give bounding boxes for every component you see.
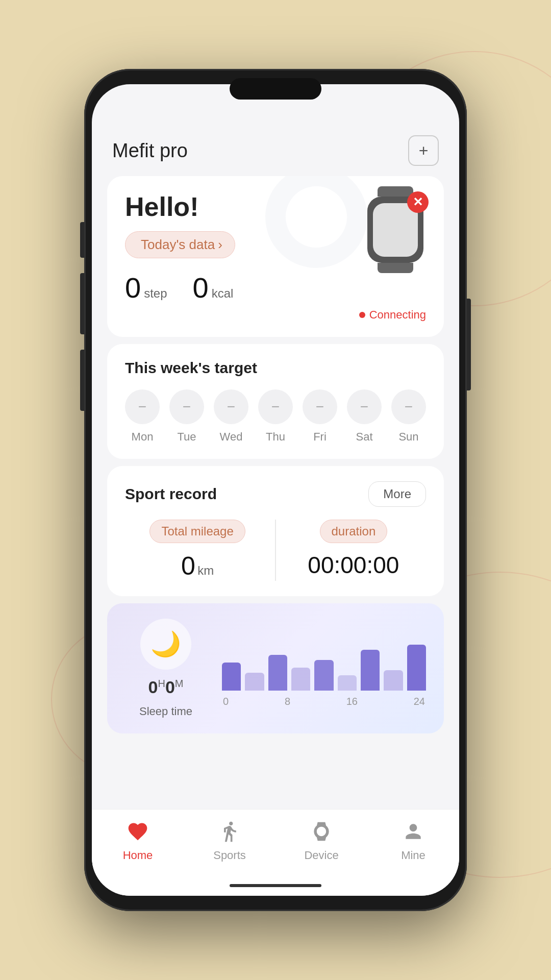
sleep-label: Sleep time xyxy=(139,705,192,718)
chart-bar-3 xyxy=(291,668,310,691)
day-item[interactable]: −Mon xyxy=(125,389,160,444)
mileage-stat: Total mileage 0 km xyxy=(125,520,270,581)
mute-button xyxy=(80,222,84,258)
sport-record-card: Sport record More Total mileage 0 km dur… xyxy=(107,466,444,596)
day-label-wed: Wed xyxy=(220,430,243,444)
sleep-minutes-unit: M xyxy=(175,678,184,689)
chart-label-8: 8 xyxy=(285,696,290,707)
header: Mefit pro + xyxy=(92,125,459,171)
sleep-icon: 🌙 xyxy=(140,619,191,670)
person-nav-icon xyxy=(400,818,427,845)
week-target-title: This week's target xyxy=(125,359,426,377)
sport-stats: Total mileage 0 km duration 00:00:00 xyxy=(125,520,426,581)
nav-item-home[interactable]: Home xyxy=(107,818,168,862)
week-days: −Mon−Tue−Wed−Thu−Fri−Sat−Sun xyxy=(125,389,426,444)
sleep-chart: 081624 xyxy=(222,629,426,707)
nav-label-sports: Sports xyxy=(213,849,246,862)
kcal-stat: 0 kcal xyxy=(193,271,234,304)
home-indicator-bar xyxy=(230,884,321,887)
watch-screen xyxy=(373,203,418,257)
sleep-hours-unit: H xyxy=(158,678,165,689)
sleep-left: 🌙 0H0M Sleep time xyxy=(125,619,207,718)
mileage-unit: km xyxy=(197,564,214,577)
kcal-unit: kcal xyxy=(212,286,234,301)
bottom-nav: HomeSportsDeviceMine xyxy=(92,809,459,875)
sleep-time-display: 0H0M xyxy=(148,677,184,697)
app-title: Mefit pro xyxy=(112,140,188,162)
day-item[interactable]: −Tue xyxy=(169,389,204,444)
chart-bar-6 xyxy=(361,650,380,691)
day-label-thu: Thu xyxy=(266,430,285,444)
day-item[interactable]: −Thu xyxy=(258,389,293,444)
home-indicator xyxy=(92,875,459,896)
run-nav-icon xyxy=(216,818,243,845)
day-item[interactable]: −Wed xyxy=(214,389,248,444)
chart-bar-2 xyxy=(268,655,287,691)
today-data-button[interactable]: Today's data › xyxy=(125,231,235,258)
today-data-label: Today's data xyxy=(141,237,215,253)
chart-bar-7 xyxy=(384,670,403,691)
duration-stat: duration 00:00:00 xyxy=(281,520,426,581)
sleep-minutes-value: 0 xyxy=(165,677,175,697)
day-label-fri: Fri xyxy=(313,430,327,444)
steps-stat: 0 step xyxy=(125,271,167,304)
chart-bar-8 xyxy=(407,645,426,691)
heart-nav-icon xyxy=(124,818,151,845)
duration-value: 00:00:00 xyxy=(308,551,399,579)
watch-error-badge: ✕ xyxy=(407,191,429,213)
day-circle-sat: − xyxy=(347,389,382,424)
day-item[interactable]: −Sat xyxy=(347,389,382,444)
nav-item-sports[interactable]: Sports xyxy=(199,818,260,862)
stats-row: 0 step 0 kcal xyxy=(125,271,426,304)
day-circle-mon: − xyxy=(125,389,160,424)
plus-icon: + xyxy=(419,142,429,159)
day-circle-tue: − xyxy=(169,389,204,424)
volume-up-button xyxy=(80,273,84,334)
watch-band-bottom xyxy=(378,263,413,273)
sleep-card: 🌙 0H0M Sleep time 081624 xyxy=(107,603,444,733)
phone-screen: Mefit pro + Hello! Today's data › 0 step xyxy=(92,84,459,896)
sport-record-title: Sport record xyxy=(125,485,217,503)
nav-item-mine[interactable]: Mine xyxy=(383,818,444,862)
chart-labels: 081624 xyxy=(222,696,426,707)
kcal-value: 0 xyxy=(193,271,209,304)
chart-bar-4 xyxy=(314,660,333,691)
chart-bar-5 xyxy=(338,675,357,691)
day-circle-sun: − xyxy=(391,389,426,424)
nav-label-mine: Mine xyxy=(401,849,425,862)
chart-label-0: 0 xyxy=(223,696,229,707)
sleep-hours-value: 0 xyxy=(148,677,158,697)
day-label-sun: Sun xyxy=(398,430,418,444)
mileage-value-row: 0 km xyxy=(181,551,214,581)
chart-bars xyxy=(222,629,426,691)
day-label-mon: Mon xyxy=(132,430,154,444)
connecting-status: Connecting xyxy=(125,308,426,322)
chart-label-24: 24 xyxy=(414,696,425,707)
day-circle-wed: − xyxy=(214,389,248,424)
nav-label-device: Device xyxy=(304,849,338,862)
phone-frame: Mefit pro + Hello! Today's data › 0 step xyxy=(84,69,467,911)
chart-label-16: 16 xyxy=(346,696,358,707)
nav-item-device[interactable]: Device xyxy=(291,818,352,862)
watch-nav-icon xyxy=(308,818,335,845)
volume-down-button xyxy=(80,350,84,411)
watch-container: ✕ xyxy=(362,186,429,268)
bottom-spacer xyxy=(92,741,459,751)
watch-body: ✕ xyxy=(367,197,423,263)
day-circle-fri: − xyxy=(303,389,337,424)
connecting-label: Connecting xyxy=(369,308,426,322)
day-label-sat: Sat xyxy=(356,430,372,444)
day-label-tue: Tue xyxy=(177,430,196,444)
watch-band-top xyxy=(378,186,413,197)
day-circle-thu: − xyxy=(258,389,293,424)
sport-stats-divider xyxy=(275,520,276,581)
mileage-value: 0 xyxy=(181,552,195,580)
hero-card: Hello! Today's data › 0 step 0 kcal xyxy=(107,176,444,337)
chart-bar-0 xyxy=(222,663,241,691)
day-item[interactable]: −Sun xyxy=(391,389,426,444)
day-item[interactable]: −Fri xyxy=(303,389,337,444)
steps-value: 0 xyxy=(125,271,141,304)
add-button[interactable]: + xyxy=(408,135,439,166)
more-button[interactable]: More xyxy=(368,481,426,507)
power-button xyxy=(467,299,471,390)
